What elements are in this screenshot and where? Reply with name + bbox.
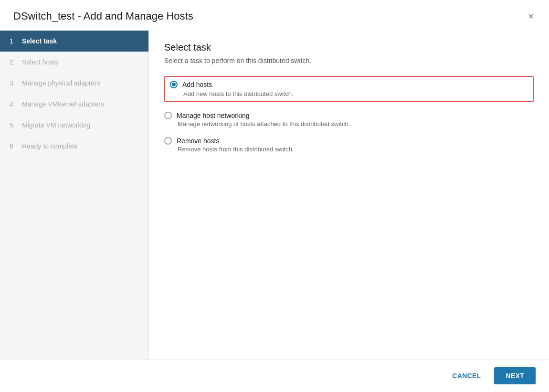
cancel-button[interactable]: CANCEL [444, 367, 488, 384]
sidebar-item-label-4: Manage VMkernel adapters [22, 100, 104, 108]
sidebar-item-label-5: Migrate VM networking [22, 121, 90, 129]
sidebar-item-label-6: Ready to complete [22, 142, 78, 150]
option-remove-hosts-row: Remove hosts [164, 137, 534, 145]
sidebar: 1 Select task 2 Select hosts 3 Manage ph… [0, 31, 149, 359]
option-add-hosts: Add hosts Add new hosts to this distribu… [164, 76, 534, 102]
step-num-6: 6 [10, 142, 17, 150]
step-num-2: 2 [10, 58, 17, 66]
main-content: Select task Select a task to perform on … [149, 31, 549, 359]
section-title: Select task [164, 42, 534, 53]
dialog-footer: CANCEL NEXT [0, 359, 549, 392]
sidebar-item-migrate-vm: 5 Migrate VM networking [0, 115, 148, 136]
option-manage-networking-row: Manage host networking [164, 112, 534, 119]
option-remove-hosts-desc: Remove hosts from this distributed switc… [178, 146, 534, 153]
step-num-4: 4 [10, 100, 17, 108]
sidebar-item-select-hosts: 2 Select hosts [0, 52, 148, 73]
step-num-5: 5 [10, 121, 17, 129]
options-list: Add hosts Add new hosts to this distribu… [164, 76, 534, 153]
dialog-body: 1 Select task 2 Select hosts 3 Manage ph… [0, 31, 549, 359]
option-add-hosts-label[interactable]: Add hosts [182, 81, 212, 88]
option-add-hosts-row: Add hosts [170, 81, 528, 88]
sidebar-item-label-1: Select task [22, 37, 57, 45]
option-remove-hosts: Remove hosts Remove hosts from this dist… [164, 137, 534, 153]
dialog-header: DSwitch_test - Add and Manage Hosts × [0, 0, 549, 31]
sidebar-item-manage-vmkernel: 4 Manage VMkernel adapters [0, 94, 148, 115]
option-add-hosts-desc: Add new hosts to this distributed switch… [183, 90, 528, 97]
dialog: DSwitch_test - Add and Manage Hosts × 1 … [0, 0, 549, 392]
sidebar-item-label-2: Select hosts [22, 58, 58, 66]
close-button[interactable]: × [526, 10, 536, 23]
sidebar-item-manage-physical: 3 Manage physical adapters [0, 73, 148, 94]
radio-manage-networking[interactable] [164, 112, 172, 119]
sidebar-item-select-task[interactable]: 1 Select task [0, 31, 148, 52]
option-manage-networking: Manage host networking Manage networking… [164, 112, 534, 127]
option-remove-hosts-label[interactable]: Remove hosts [177, 137, 219, 145]
section-subtitle: Select a task to perform on this distrib… [164, 57, 534, 64]
option-add-hosts-highlighted: Add hosts Add new hosts to this distribu… [164, 76, 534, 102]
sidebar-item-label-3: Manage physical adapters [22, 79, 100, 87]
dialog-title: DSwitch_test - Add and Manage Hosts [13, 10, 193, 22]
step-num-1: 1 [10, 37, 17, 45]
radio-remove-hosts[interactable] [164, 137, 172, 145]
option-manage-networking-label[interactable]: Manage host networking [177, 112, 250, 119]
next-button[interactable]: NEXT [494, 367, 536, 384]
option-manage-networking-desc: Manage networking of hosts attached to t… [178, 120, 534, 127]
sidebar-item-ready: 6 Ready to complete [0, 136, 148, 157]
step-num-3: 3 [10, 79, 17, 87]
radio-add-hosts[interactable] [170, 81, 178, 88]
